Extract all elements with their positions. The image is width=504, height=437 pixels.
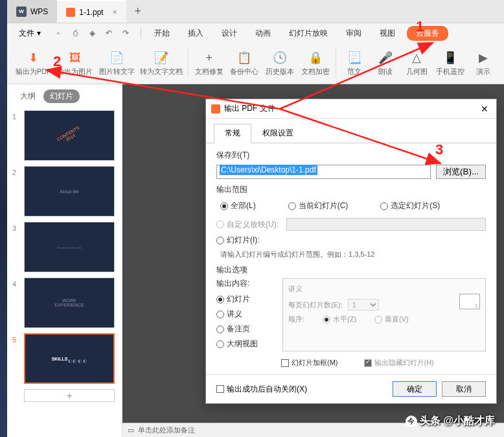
ribbon-remote[interactable]: 📱手机遥控 bbox=[432, 45, 468, 81]
radio-content-outline[interactable]: 大纲视图 bbox=[216, 338, 258, 349]
content-label: 输出内容: bbox=[216, 278, 275, 289]
slide-thumb-1[interactable]: CONTENTS2014 bbox=[24, 110, 115, 161]
ribbon-encrypt[interactable]: 🔒文档加密 bbox=[298, 45, 334, 81]
tab-file-active[interactable]: 1-1.ppt × bbox=[57, 0, 126, 23]
slide-panel-tabs: 大纲 幻灯片 bbox=[7, 84, 122, 108]
ribbon-backup[interactable]: 📋备份中心 bbox=[227, 45, 262, 81]
options-section-label: 输出选项 bbox=[216, 265, 486, 276]
thumb-number: 1 bbox=[12, 110, 19, 121]
ribbon-template[interactable]: 📃范文 bbox=[339, 45, 370, 81]
radio-icon bbox=[220, 202, 228, 210]
phone-icon: 📱 bbox=[442, 50, 458, 65]
tab-add-button[interactable]: + bbox=[126, 0, 150, 23]
save-path-input[interactable]: C:\Users\xi\Desktop\1-1.pdf bbox=[216, 165, 431, 179]
thumbnail-list[interactable]: 1CONTENTS2014 2About Me 3○—○—○—○ 4WORKEX… bbox=[7, 108, 122, 437]
radio-content-handout[interactable]: 讲义 bbox=[216, 309, 242, 320]
close-icon[interactable]: × bbox=[113, 8, 117, 17]
radio-vertical: 垂直(V) bbox=[374, 314, 409, 324]
menu-animation[interactable]: 动画 bbox=[246, 28, 280, 39]
radio-custom: 自定义放映(U): bbox=[216, 219, 279, 230]
radio-all[interactable]: 全部(L) bbox=[220, 200, 256, 211]
dialog-titlebar[interactable]: 输出 PDF 文件 ✕ bbox=[206, 99, 496, 119]
redo-icon[interactable]: ↷ bbox=[120, 27, 132, 39]
cloud-service-button[interactable]: 云服务 bbox=[407, 26, 448, 41]
ok-button[interactable]: 确定 bbox=[393, 381, 437, 397]
ribbon-repair[interactable]: +文档修复 bbox=[191, 45, 227, 81]
radio-current[interactable]: 当前幻灯片(C) bbox=[288, 200, 349, 211]
radio-icon bbox=[216, 325, 224, 333]
wps-logo-icon: W bbox=[16, 6, 27, 17]
watermark: 今 头条 @小酷才库 bbox=[406, 414, 495, 428]
desktop-left-strip bbox=[0, 0, 7, 437]
radio-icon bbox=[216, 340, 224, 348]
handout-preview bbox=[459, 294, 480, 309]
save-icon[interactable]: ▫ bbox=[52, 27, 64, 39]
notes-placeholder: 单击此处添加备注 bbox=[138, 425, 195, 435]
radio-icon bbox=[380, 202, 388, 210]
menu-insert[interactable]: 插入 bbox=[179, 28, 212, 39]
checkbox-auto-close[interactable]: 输出成功后自动关闭(X) bbox=[216, 384, 307, 395]
checkbox-hidden: 输出隐藏幻灯片(H) bbox=[364, 358, 434, 368]
slide-thumb-4[interactable]: WORKEXPERIENCE bbox=[24, 278, 115, 328]
lock-icon: 🔒 bbox=[308, 50, 323, 65]
radio-selected[interactable]: 选定幻灯片(S) bbox=[380, 200, 440, 211]
dialog-title-text: 输出 PDF 文件 bbox=[224, 103, 275, 114]
history-icon: 🕓 bbox=[272, 50, 288, 65]
radio-icon bbox=[288, 202, 296, 210]
order-label: 顺序: bbox=[288, 314, 304, 324]
radio-content-notes[interactable]: 备注页 bbox=[216, 324, 250, 335]
ribbon-export-image[interactable]: 🖼输出为图片 bbox=[54, 45, 95, 81]
close-icon[interactable]: ✕ bbox=[478, 104, 491, 114]
cancel-button[interactable]: 取消 bbox=[442, 381, 486, 397]
menu-design[interactable]: 设计 bbox=[212, 28, 246, 39]
per-page-select: 1 bbox=[348, 299, 379, 311]
ribbon-export-pdf[interactable]: ⬇输出为PDF bbox=[12, 45, 54, 81]
dialog-tabs: 常规 权限设置 bbox=[206, 119, 496, 143]
separator bbox=[188, 48, 189, 78]
checkbox-frame[interactable]: 幻灯片加框(M) bbox=[281, 358, 338, 368]
slide-thumb-2[interactable]: About Me bbox=[24, 166, 115, 217]
per-page-label: 每页幻灯片数(E): bbox=[288, 300, 343, 310]
ribbon-ocr[interactable]: 📄图片转文字 bbox=[96, 45, 137, 81]
ribbon-history[interactable]: 🕓历史版本 bbox=[262, 45, 298, 81]
browse-button[interactable]: 浏览(B)... bbox=[436, 165, 486, 179]
radio-icon bbox=[216, 237, 224, 244]
ppt-file-icon bbox=[66, 8, 75, 17]
tab-permissions[interactable]: 权限设置 bbox=[251, 124, 304, 143]
tab-slides[interactable]: 幻灯片 bbox=[43, 89, 80, 103]
add-slide-button[interactable]: + bbox=[24, 389, 115, 402]
ribbon-present[interactable]: ▶演示 bbox=[468, 45, 499, 81]
menu-start[interactable]: 开始 bbox=[145, 28, 179, 39]
thumb-number: 2 bbox=[12, 166, 19, 176]
menu-view[interactable]: 视图 bbox=[371, 28, 404, 39]
radio-icon bbox=[374, 316, 382, 324]
menu-slideshow[interactable]: 幻灯片放映 bbox=[280, 28, 337, 39]
preview-icon[interactable]: ◈ bbox=[86, 27, 98, 39]
radio-slides[interactable]: 幻灯片(I): bbox=[216, 235, 260, 246]
ribbon-geometry[interactable]: △几何图 bbox=[401, 45, 432, 81]
slide-thumb-5[interactable]: SKILLS◐ ◐ ◐ ◐ bbox=[24, 333, 115, 384]
range-section-label: 输出范围 bbox=[216, 184, 486, 195]
watermark-text: 头条 @小酷才库 bbox=[420, 414, 495, 428]
ribbon-read[interactable]: 🎤朗读 bbox=[370, 45, 401, 81]
backup-icon: 📋 bbox=[236, 50, 252, 65]
chevron-down-icon: ▾ bbox=[37, 29, 41, 38]
radio-icon bbox=[216, 311, 224, 318]
slide-thumb-3[interactable]: ○—○—○—○ bbox=[24, 222, 115, 272]
tab-outline[interactable]: 大纲 bbox=[20, 91, 36, 102]
separator bbox=[141, 27, 141, 39]
ribbon-to-doc[interactable]: 📝转为文字文档 bbox=[137, 45, 185, 81]
slide-panel: 大纲 幻灯片 1CONTENTS2014 2About Me 3○—○—○—○ … bbox=[7, 84, 122, 437]
tab-home[interactable]: W WPS bbox=[7, 0, 57, 23]
menu-file[interactable]: 文件 ▾ bbox=[12, 28, 47, 39]
radio-content-slides[interactable]: 幻灯片 bbox=[216, 294, 250, 305]
menu-file-label: 文件 bbox=[19, 28, 34, 39]
menu-review[interactable]: 审阅 bbox=[337, 28, 371, 39]
print-icon[interactable]: ⎙ bbox=[69, 27, 81, 39]
tab-general[interactable]: 常规 bbox=[214, 124, 251, 143]
radio-icon bbox=[216, 220, 224, 228]
undo-icon[interactable]: ↶ bbox=[103, 27, 115, 39]
path-value: C:\Users\xi\Desktop\1-1.pdf bbox=[220, 165, 317, 175]
separator bbox=[336, 48, 336, 78]
present-icon: ▶ bbox=[475, 50, 491, 65]
